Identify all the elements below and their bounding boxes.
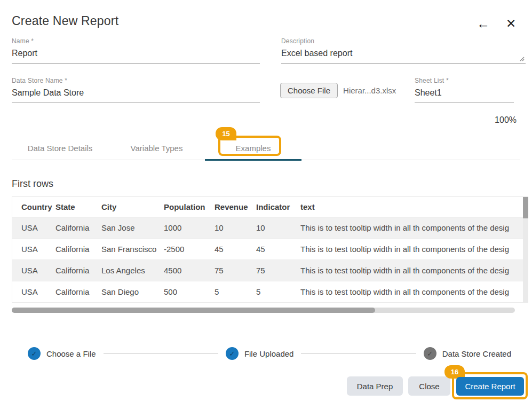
close-button[interactable]: Close [408,376,450,396]
stepper-connector [104,353,218,354]
choose-file-button[interactable]: Choose File [280,83,338,98]
column-header: Revenue [215,202,256,211]
step-label: File Uploaded [244,349,294,358]
table-cell: USA [12,223,55,232]
table-cell: USA [12,266,55,275]
tab-examples[interactable]: Examples [205,138,301,160]
table-cell: San Diego [101,287,164,296]
sheet-list-select[interactable]: Sheet1 [415,88,514,103]
table-cell: 10 [215,223,256,232]
description-field: Description Excel based report [281,37,526,64]
column-header: State [55,202,101,211]
table-cell: 500 [164,287,215,296]
table-cell: San Franscisco [101,245,164,254]
table-cell: 45 [215,245,256,254]
table-row: USACaliforniaSan Franscisco-25004545This… [12,239,528,260]
table-cell: 1000 [164,223,215,232]
column-header: City [101,202,164,211]
table-body: USACaliforniaSan Jose10001010This is to … [12,217,528,303]
table-cell: California [55,287,101,296]
table-cell: San Jose [101,223,164,232]
data-store-name-input[interactable]: Sample Data Store [12,88,260,103]
name-label: Name * [12,37,260,45]
tab-bar: Data Store Details Variable Types Exampl… [12,138,520,160]
table-cell: 75 [215,266,256,275]
progress-stepper: ✓ Choose a File ✓ File Uploaded ✓ Data S… [28,347,511,360]
step-data-store-created: ✓ Data Store Created [424,347,511,360]
step-complete-icon: ✓ [226,347,239,360]
data-prep-button[interactable]: Data Prep [347,376,403,396]
vertical-scrollbar-thumb[interactable] [523,197,528,218]
table-cell: 45 [256,245,300,254]
table-cell: This is to test tooltip width in all th … [300,287,528,296]
data-store-name-field: Data Store Name * Sample Data Store [12,77,260,103]
page-title: Create New Report [12,14,118,28]
stepper-connector [301,353,416,354]
table-cell: California [55,245,101,254]
uploaded-file-name: Hierar...d3.xlsx [343,86,396,95]
table-cell: California [55,223,101,232]
upload-progress-percent: 100% [495,115,517,125]
table-row: USACaliforniaSan Diego50055This is to te… [12,281,528,303]
tab-variable-types[interactable]: Variable Types [108,138,205,160]
column-header: Population [164,202,215,211]
table-cell: California [55,266,101,275]
step-choose-a-file: ✓ Choose a File [28,347,96,360]
table-cell: This is to test tooltip width in all th … [300,266,528,275]
tab-data-store-details[interactable]: Data Store Details [12,138,108,160]
sheet-list-field: Sheet List * Sheet1 [415,77,514,103]
table-cell: This is to test tooltip width in all th … [300,223,528,232]
description-label: Description [281,37,526,45]
annotation-badge-15: 15 [216,127,236,140]
close-icon[interactable]: ✕ [506,16,516,31]
table-row: USACaliforniaLos Angeles45007575This is … [12,260,528,281]
table-cell: Los Angeles [101,266,164,275]
first-rows-heading: First rows [12,178,53,190]
create-report-dialog: Create New Report ← ✕ Name * Report Desc… [0,0,532,409]
file-upload-row: Choose File Hierar...d3.xlsx [280,83,396,98]
column-header: text [300,202,528,211]
column-header: Country [12,202,55,211]
active-tab-indicator [205,159,301,161]
table-cell: 5 [256,287,300,296]
textarea-resize-icon[interactable] [518,54,525,60]
table-cell: 75 [256,266,300,275]
description-input[interactable]: Excel based report [281,49,526,64]
table-cell: 5 [215,287,256,296]
vertical-scrollbar[interactable] [523,197,528,303]
sheet-list-label: Sheet List * [415,77,514,84]
create-report-button[interactable]: Create Report [456,377,524,396]
table-cell: 10 [256,223,300,232]
horizontal-scrollbar-thumb[interactable] [12,308,375,313]
step-file-uploaded: ✓ File Uploaded [226,347,294,360]
step-label: Choose a File [46,349,96,358]
name-input[interactable]: Report [12,49,260,64]
table-row: USACaliforniaSan Jose10001010This is to … [12,217,528,239]
back-arrow-icon[interactable]: ← [477,16,490,31]
examples-table: CountryStateCityPopulationRevenueIndicat… [12,196,528,303]
table-cell: 4500 [164,266,215,275]
step-pending-icon: ✓ [424,347,436,360]
horizontal-scrollbar[interactable] [12,308,515,313]
table-cell: USA [12,287,55,296]
data-store-name-label: Data Store Name * [12,77,260,84]
table-cell: This is to test tooltip width in all th … [300,245,528,254]
step-label: Data Store Created [442,349,511,358]
name-field: Name * Report [12,37,260,64]
step-complete-icon: ✓ [28,347,41,360]
column-header: Indicator [256,202,300,211]
table-cell: -2500 [164,245,215,254]
table-cell: USA [12,245,55,254]
table-header-row: CountryStateCityPopulationRevenueIndicat… [12,197,528,217]
